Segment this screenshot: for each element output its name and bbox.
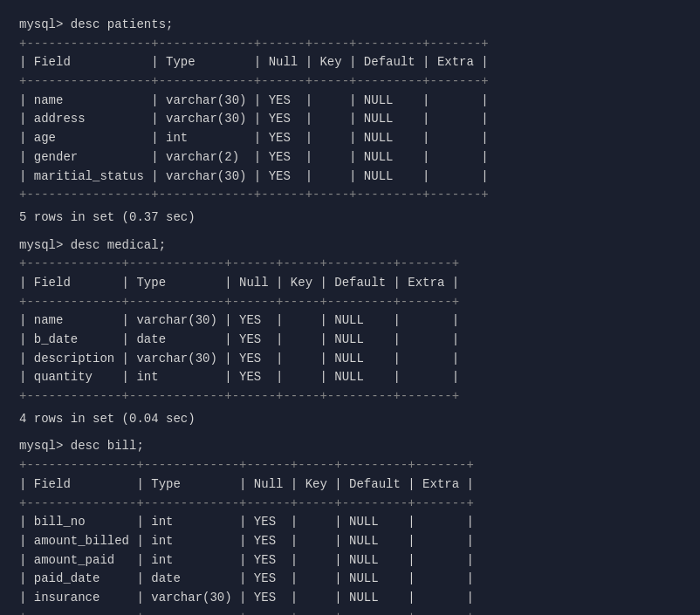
table-row: | gender | varchar(2) | YES | | NULL | | <box>19 148 681 167</box>
table-row: | address | varchar(30) | YES | | NULL |… <box>19 110 681 129</box>
table-row: | amount_paid | int | YES | | NULL | | <box>19 551 681 571</box>
table-row: | maritial_status | varchar(30) | YES | … <box>19 167 681 187</box>
table-row: | insurance | varchar(30) | YES | | NULL… <box>19 589 681 608</box>
table-row: | name | varchar(30) | YES | | NULL | | <box>19 92 681 111</box>
medical-prompt: mysql> desc medical; <box>19 236 681 256</box>
medical-header: | Field | Type | Null | Key | Default | … <box>19 274 681 293</box>
patients-block: mysql> desc patients; +-----------------… <box>19 16 681 228</box>
table-row: | amount_billed | int | YES | | NULL | | <box>19 532 681 551</box>
medical-divider-top: +-------------+-------------+------+----… <box>19 255 681 274</box>
patients-divider-bot: +-----------------+-------------+------+… <box>19 186 681 205</box>
bill-prompt: mysql> desc bill; <box>19 437 681 456</box>
table-row: | quantity | int | YES | | NULL | | <box>19 368 681 387</box>
bill-header: | Field | Type | Null | Key | Default | … <box>19 475 681 495</box>
table-row: | b_date | date | YES | | NULL | | <box>19 331 681 350</box>
patients-header: | Field | Type | Null | Key | Default | … <box>19 53 681 72</box>
patients-divider-top: +-----------------+-------------+------+… <box>19 35 681 54</box>
table-row: | paid_date | date | YES | | NULL | | <box>19 570 681 589</box>
patients-result: 5 rows in set (0.37 sec) <box>19 208 681 228</box>
medical-result: 4 rows in set (0.04 sec) <box>19 410 681 429</box>
terminal-window: mysql> desc patients; +-----------------… <box>9 9 691 615</box>
table-row: | bill_no | int | YES | | NULL | | <box>19 513 681 532</box>
medical-divider-mid: +-------------+-------------+------+----… <box>19 293 681 312</box>
bill-divider-top: +---------------+-------------+------+--… <box>19 456 681 475</box>
bill-block: mysql> desc bill; +---------------+-----… <box>19 437 681 615</box>
table-row: | age | int | YES | | NULL | | <box>19 129 681 148</box>
patients-prompt: mysql> desc patients; <box>19 16 681 35</box>
medical-block: mysql> desc medical; +-------------+----… <box>19 236 681 429</box>
medical-divider-bot: +-------------+-------------+------+----… <box>19 387 681 407</box>
patients-divider-mid: +-----------------+-------------+------+… <box>19 72 681 92</box>
bill-divider-bot: +---------------+-------------+------+--… <box>19 608 681 615</box>
table-row: | description | varchar(30) | YES | | NU… <box>19 350 681 369</box>
table-row: | name | varchar(30) | YES | | NULL | | <box>19 311 681 331</box>
bill-divider-mid: +---------------+-------------+------+--… <box>19 495 681 514</box>
